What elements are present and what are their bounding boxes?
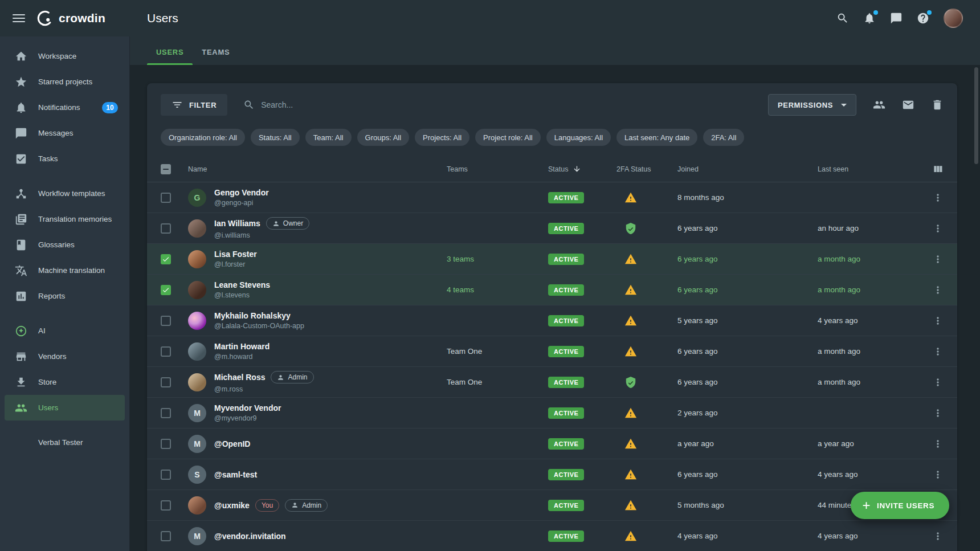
tab-users[interactable]: USERS [147,48,193,65]
messages-icon[interactable] [890,12,903,25]
menu-icon[interactable] [13,12,25,25]
row-checkbox[interactable] [161,408,171,418]
status-badge: ACTIVE [548,315,584,326]
status-badge: ACTIVE [548,346,584,357]
teams-cell: Team One [447,378,548,386]
help-icon[interactable] [917,12,929,25]
row-checkbox[interactable] [161,193,171,203]
sidebar-item-workflow-templates[interactable]: Workflow templates [5,181,125,206]
invite-users-button[interactable]: + INVITE USERS [851,492,949,519]
user-handle: @i.williams [214,231,309,239]
row-menu-button[interactable] [932,438,944,450]
column-status[interactable]: Status [548,165,616,173]
row-checkbox[interactable] [161,346,171,357]
row-menu-button[interactable] [932,284,944,296]
table-row[interactable]: Leane Stevens@l.stevens 4 teams ACTIVE 6… [147,275,957,305]
email-icon[interactable] [902,99,914,111]
row-checkbox[interactable] [161,285,171,295]
filter-button[interactable]: FILTER [161,94,227,116]
chip-last-seen[interactable]: Last seen: Any date [616,129,697,146]
row-checkbox[interactable] [161,377,171,387]
row-checkbox[interactable] [161,500,171,511]
avatar: M [188,527,206,545]
row-menu-button[interactable] [932,530,944,542]
user-avatar[interactable] [944,9,963,28]
sidebar-item-tasks[interactable]: Tasks [5,146,125,172]
sidebar-item-machine-translation[interactable]: Machine translation [5,258,125,283]
scrollbar-thumb[interactable] [974,67,978,164]
chip-team[interactable]: Team: All [305,129,352,146]
user-handle: @gengo-api [214,199,269,207]
table-row[interactable]: M Myvendor Vendor@myvendor9 ACTIVE 2 yea… [147,398,957,428]
table-row[interactable]: M @OpenID ACTIVE a year ago a year ago [147,428,957,459]
table-row[interactable]: Mykhailo Rohalskyy@Lalala-Custom-OAuth-a… [147,305,957,336]
table-row[interactable]: G Gengo Vendor@gengo-api ACTIVE 8 months… [147,182,957,213]
chip-languages[interactable]: Languages: All [546,129,611,146]
chip-projects[interactable]: Projects: All [415,129,469,146]
row-menu-button[interactable] [932,315,944,326]
chip-organization-role[interactable]: Organization role: All [161,129,245,146]
select-all-checkbox[interactable] [161,164,171,174]
table-row[interactable]: S @saml-test ACTIVE 6 years ago 4 years … [147,459,957,490]
sidebar-item-ai[interactable]: AI [5,318,125,344]
search-input[interactable] [261,100,420,109]
row-menu-button[interactable] [932,346,944,357]
sidebar-item-translation-memories[interactable]: Translation memories [5,206,125,232]
sidebar-item-vendors[interactable]: Vendors [5,344,125,369]
row-menu-button[interactable] [932,192,944,203]
sidebar-item-workspace[interactable]: Workspace [5,43,125,69]
status-badge: ACTIVE [548,254,584,265]
row-menu-button[interactable] [932,377,944,388]
column-name[interactable]: Name [188,165,447,173]
column-joined[interactable]: Joined [677,165,818,173]
sidebar-item-reports[interactable]: Reports [5,283,125,309]
column-teams[interactable]: Teams [447,165,548,173]
row-menu-button[interactable] [932,223,944,234]
chip-2fa[interactable]: 2FA: All [703,129,744,146]
table-row[interactable]: Michael RossAdmin@m.ross Team One ACTIVE… [147,367,957,398]
teams-cell[interactable]: 4 teams [447,285,548,294]
row-checkbox[interactable] [161,470,171,480]
add-to-team-icon[interactable] [873,99,885,111]
row-checkbox[interactable] [161,531,171,541]
columns-settings-icon[interactable] [932,164,944,175]
sidebar-item-notifications[interactable]: Notifications10 [5,95,125,120]
logo-text: crowdin [59,11,105,25]
status-badge: ACTIVE [548,500,584,511]
status-badge: ACTIVE [548,530,584,542]
table-row[interactable]: Ian WilliamsOwner@i.williams ACTIVE 6 ye… [147,213,957,244]
table-row[interactable]: Martin Howard@m.howard Team One ACTIVE 6… [147,336,957,367]
sidebar-item-label: Workflow templates [38,189,105,198]
column-2fa-status[interactable]: 2FA Status [616,165,677,173]
row-menu-button[interactable] [932,407,944,419]
row-menu-button[interactable] [932,254,944,265]
row-checkbox[interactable] [161,316,171,326]
translation-memory-icon [15,213,27,226]
row-checkbox[interactable] [161,223,171,234]
row-checkbox[interactable] [161,439,171,449]
workflow-icon [15,187,27,200]
sidebar-item-store[interactable]: Store [5,369,125,395]
sidebar-item-messages[interactable]: Messages [5,120,125,146]
row-checkbox[interactable] [161,254,171,264]
table-row[interactable]: @uxmikeYouAdmin ACTIVE 5 months ago 44 m… [147,490,957,521]
sidebar-item-users[interactable]: Users [5,395,125,421]
table-row[interactable]: Lisa Foster@l.forster 3 teams ACTIVE 6 y… [147,244,957,275]
search-icon[interactable] [836,12,849,25]
table-row[interactable]: M @vendor.invitation ACTIVE 4 years ago … [147,521,957,551]
column-last-seen[interactable]: Last seen [818,165,918,173]
teams-cell[interactable]: 3 teams [447,255,548,263]
sidebar-item-glossaries[interactable]: Glossaries [5,232,125,258]
chip-groups[interactable]: Groups: All [357,129,410,146]
joined-cell: 6 years ago [677,255,818,263]
row-menu-button[interactable] [932,469,944,480]
notifications-icon[interactable] [863,12,876,25]
chip-project-role[interactable]: Project role: All [475,129,541,146]
tab-teams[interactable]: TEAMS [193,48,239,65]
crowdin-logo[interactable]: crowdin [36,10,105,27]
sidebar-item-verbal-tester[interactable]: Verbal Tester [5,430,125,455]
chip-status[interactable]: Status: All [251,129,300,146]
sidebar-item-starred-projects[interactable]: Starred projects [5,69,125,95]
permissions-button[interactable]: PERMISSIONS [768,94,856,116]
delete-icon[interactable] [931,99,944,111]
